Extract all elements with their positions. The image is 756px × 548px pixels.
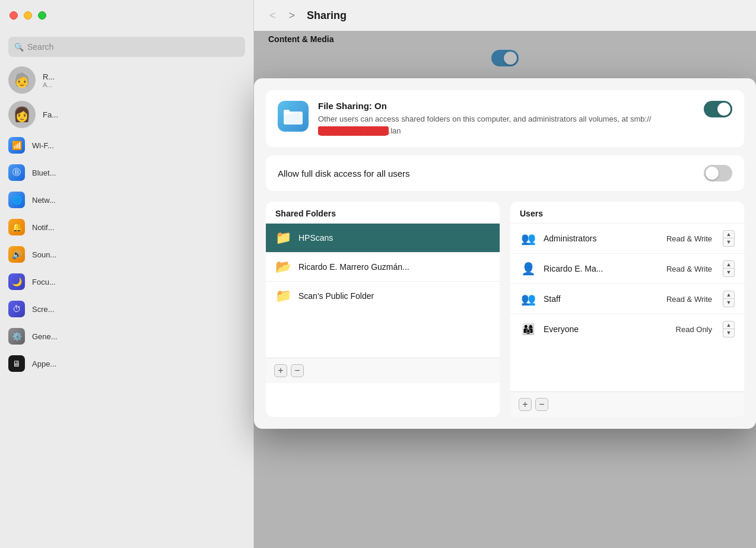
avatar-1: 🧓: [8, 66, 36, 94]
user-item-ricardo[interactable]: 👤 Ricardo E. Ma... Read & Write ▲ ▼: [510, 253, 744, 283]
sidebar-titlebar: [0, 0, 253, 31]
main-titlebar: < > Sharing: [254, 0, 756, 31]
sidebar-item-appearance[interactable]: 🖥 Appe...: [0, 350, 253, 377]
add-folder-button[interactable]: +: [274, 364, 287, 377]
folder-icon-scanpub: 📁: [275, 288, 291, 304]
back-button[interactable]: <: [266, 8, 279, 23]
user-permission-staff: Read & Write: [666, 295, 712, 304]
full-disk-label: Allow full disk access for all users: [278, 168, 704, 179]
close-button[interactable]: [9, 11, 18, 20]
users-panel: Users 👥 Administrators Read & Write ▲ ▼: [510, 202, 744, 417]
users-header: Users: [510, 202, 744, 223]
sidebar-item-network[interactable]: 🌐 Netw...: [0, 186, 253, 214]
search-bar[interactable]: 🔍: [8, 37, 245, 57]
file-sharing-card: File Sharing: On Other users can access …: [266, 90, 744, 147]
group-icon-everyone: 👨‍👩‍👧: [520, 323, 536, 336]
toggle-knob: [717, 103, 730, 116]
user-permission-ricardo: Read & Write: [666, 265, 712, 273]
search-icon: 🔍: [14, 43, 24, 52]
sidebar-user-1-name: R...: [43, 72, 55, 81]
bluetooth-icon: Ⓑ: [8, 164, 25, 181]
sidebar-item-focus[interactable]: 🌙 Focu...: [0, 268, 253, 295]
full-disk-toggle[interactable]: [704, 165, 732, 181]
sidebar-item-focus-label: Focu...: [32, 278, 56, 286]
focus-icon: 🌙: [8, 273, 25, 290]
sidebar-user-2-name: Fa...: [43, 110, 58, 119]
svg-rect-2: [284, 110, 290, 113]
permission-stepper-staff[interactable]: ▲ ▼: [723, 291, 735, 307]
file-sharing-toggle[interactable]: [704, 101, 732, 117]
permission-stepper-ricardo[interactable]: ▲ ▼: [723, 260, 735, 277]
folder-icon-ricardo: 📂: [275, 259, 291, 275]
folder-label-scanpub: Scan's Public Folder: [298, 291, 374, 301]
add-user-button[interactable]: +: [519, 398, 532, 411]
sidebar-item-notifications[interactable]: 🔔 Notif...: [0, 214, 253, 241]
sidebar-item-bluetooth[interactable]: Ⓑ Bluet...: [0, 159, 253, 186]
sidebar-item-appear-label: Appe...: [32, 359, 56, 368]
remove-folder-button[interactable]: −: [291, 364, 304, 377]
search-input[interactable]: [27, 42, 239, 52]
chevron-left-icon: <: [269, 9, 276, 21]
shared-folders-header: Shared Folders: [266, 202, 500, 223]
sidebar-item-wifi[interactable]: 📶 Wi-F...: [0, 132, 253, 159]
stepper-down-admins[interactable]: ▼: [723, 238, 735, 247]
shared-folders-panel: Shared Folders 📁 HPScans 📂 Ricardo E. Ma…: [266, 202, 500, 417]
sound-icon: 🔊: [8, 246, 25, 263]
page-title: Sharing: [307, 9, 347, 22]
user-permission-admins: Read & Write: [666, 234, 712, 243]
two-column-layout: Shared Folders 📁 HPScans 📂 Ricardo E. Ma…: [266, 202, 744, 417]
screentime-icon: ⏱: [8, 301, 25, 317]
file-sharing-icon: [278, 101, 309, 132]
sidebar-item-screentime[interactable]: ⏱ Scre...: [0, 295, 253, 323]
forward-button[interactable]: >: [285, 8, 299, 23]
folder-item-hpscans[interactable]: 📁 HPScans: [266, 223, 500, 252]
maximize-button[interactable]: [38, 11, 46, 20]
sidebar-item-sound[interactable]: 🔊 Soun...: [0, 241, 253, 268]
stepper-up-everyone[interactable]: ▲: [723, 321, 735, 329]
dialog-overlay: File Sharing: On Other users can access …: [254, 31, 756, 548]
sidebar-item-screen-label: Scre...: [32, 305, 55, 314]
stepper-down-ricardo[interactable]: ▼: [723, 269, 735, 277]
permission-stepper-everyone[interactable]: ▲ ▼: [723, 321, 735, 337]
user-item-everyone[interactable]: 👨‍👩‍👧 Everyone Read Only ▲ ▼: [510, 314, 744, 344]
user-label-admins: Administrators: [544, 234, 659, 243]
full-disk-toggle-container: [704, 165, 732, 181]
notifications-icon: 🔔: [8, 219, 25, 235]
stepper-down-staff[interactable]: ▼: [723, 299, 735, 307]
file-sharing-dialog: File Sharing: On Other users can access …: [254, 78, 756, 429]
user-item-staff[interactable]: 👥 Staff Read & Write ▲ ▼: [510, 283, 744, 314]
user-item-admins[interactable]: 👥 Administrators Read & Write ▲ ▼: [510, 223, 744, 253]
user-label-everyone: Everyone: [544, 324, 669, 334]
sidebar: 🔍 🧓 R... A... 👩 Fa... 📶 Wi-F... Ⓑ Bluet.…: [0, 0, 254, 548]
stepper-up-ricardo[interactable]: ▲: [723, 260, 735, 269]
user-label-staff: Staff: [544, 294, 659, 304]
sidebar-item-sound-label: Soun...: [32, 250, 56, 259]
smb-address-redacted: ████████████: [318, 126, 389, 135]
sidebar-item-notif-label: Notif...: [32, 223, 55, 232]
chevron-right-icon: >: [289, 9, 296, 21]
stepper-up-staff[interactable]: ▲: [723, 291, 735, 299]
sidebar-item-general[interactable]: ⚙️ Gene...: [0, 323, 253, 350]
stepper-down-everyone[interactable]: ▼: [723, 329, 735, 337]
sidebar-item-wifi-label: Wi-F...: [32, 141, 54, 150]
sidebar-user-1[interactable]: 🧓 R... A...: [0, 63, 253, 97]
minimize-button[interactable]: [24, 11, 32, 20]
permission-stepper-admins[interactable]: ▲ ▼: [723, 230, 735, 247]
stepper-up-admins[interactable]: ▲: [723, 230, 735, 238]
users-footer: + −: [510, 391, 744, 417]
folder-label-hpscans: HPScans: [298, 233, 333, 243]
sidebar-item-general-label: Gene...: [32, 332, 58, 341]
user-permission-everyone: Read Only: [676, 325, 712, 334]
general-icon: ⚙️: [8, 328, 25, 345]
folder-item-ricardo[interactable]: 📂 Ricardo E. Marrero Guzmán...: [266, 252, 500, 281]
remove-user-button[interactable]: −: [535, 398, 548, 411]
file-sharing-desc: Other users can access shared folders on…: [318, 113, 694, 136]
sidebar-user-2[interactable]: 👩 Fa...: [0, 97, 253, 132]
folder-item-scanpub[interactable]: 📁 Scan's Public Folder: [266, 281, 500, 310]
group-icon-admins: 👥: [520, 231, 536, 246]
user-label-ricardo: Ricardo E. Ma...: [544, 264, 659, 273]
appearance-icon: 🖥: [8, 355, 25, 372]
network-icon: 🌐: [8, 192, 25, 208]
file-sharing-toggle-container: [704, 101, 732, 117]
sidebar-user-1-sub: A...: [43, 81, 55, 88]
